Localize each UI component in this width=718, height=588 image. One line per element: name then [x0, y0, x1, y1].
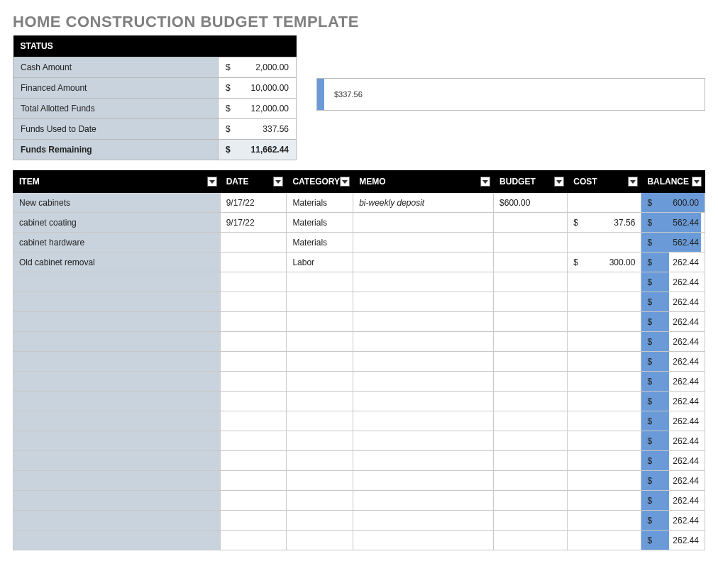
cell-category[interactable] — [287, 451, 353, 471]
status-value[interactable]: $12,000.00 — [219, 99, 297, 119]
cell-item[interactable]: New cabinets — [13, 193, 221, 213]
cell-item[interactable] — [13, 491, 221, 511]
filter-dropdown-icon[interactable] — [273, 177, 283, 187]
cell-cost[interactable] — [568, 431, 641, 451]
cell-memo[interactable] — [353, 312, 494, 332]
status-label[interactable]: Financed Amount — [13, 78, 219, 99]
cell-cost[interactable] — [568, 511, 641, 531]
cell-memo[interactable] — [353, 332, 494, 352]
cell-category[interactable] — [287, 431, 353, 451]
cell-balance[interactable]: $262.44 — [641, 253, 705, 272]
cell-budget[interactable] — [494, 392, 568, 411]
cell-budget[interactable] — [494, 312, 568, 332]
cell-category[interactable] — [287, 491, 353, 511]
cell-budget[interactable] — [494, 253, 568, 272]
cell-date[interactable] — [220, 372, 287, 392]
cell-cost[interactable] — [568, 352, 641, 372]
cell-category[interactable] — [287, 332, 353, 352]
cell-cost[interactable] — [568, 531, 641, 550]
cell-cost[interactable] — [568, 312, 641, 332]
cell-category[interactable] — [287, 292, 353, 312]
cell-budget[interactable] — [494, 451, 568, 471]
cell-category[interactable]: Materials — [287, 193, 353, 213]
cell-budget[interactable] — [494, 411, 568, 431]
cell-budget[interactable]: $600.00 — [494, 193, 568, 213]
cell-item[interactable] — [13, 511, 221, 531]
cell-date[interactable] — [220, 272, 287, 292]
cell-cost[interactable] — [568, 332, 641, 352]
status-label[interactable]: Total Allotted Funds — [13, 99, 219, 119]
cell-budget[interactable] — [494, 272, 568, 292]
cell-category[interactable]: Labor — [287, 253, 353, 272]
cell-balance[interactable]: $262.44 — [641, 511, 705, 531]
cell-date[interactable] — [220, 531, 287, 550]
cell-balance[interactable]: $262.44 — [641, 531, 705, 550]
cell-memo[interactable]: bi-weekly deposit — [353, 193, 494, 213]
cell-item[interactable] — [13, 431, 221, 451]
cell-date[interactable] — [220, 491, 287, 511]
cell-memo[interactable] — [353, 272, 494, 292]
cell-budget[interactable] — [494, 511, 568, 531]
cell-cost[interactable] — [568, 272, 641, 292]
cell-item[interactable] — [13, 451, 221, 471]
filter-dropdown-icon[interactable] — [692, 177, 702, 187]
cell-category[interactable] — [287, 531, 353, 550]
cell-category[interactable] — [287, 272, 353, 292]
cell-cost[interactable] — [568, 233, 641, 253]
cell-balance[interactable]: $262.44 — [641, 471, 705, 491]
filter-dropdown-icon[interactable] — [340, 177, 350, 187]
cell-balance[interactable]: $262.44 — [641, 372, 705, 392]
cell-date[interactable] — [220, 332, 287, 352]
cell-balance[interactable]: $562.44 — [641, 233, 705, 253]
cell-budget[interactable] — [494, 332, 568, 352]
cell-memo[interactable] — [353, 411, 494, 431]
status-label[interactable]: Funds Remaining — [13, 140, 219, 160]
status-label[interactable]: Cash Amount — [13, 57, 219, 78]
cell-budget[interactable] — [494, 292, 568, 312]
cell-category[interactable] — [287, 312, 353, 332]
status-value[interactable]: $2,000.00 — [219, 57, 297, 78]
cell-balance[interactable]: $262.44 — [641, 352, 705, 372]
cell-memo[interactable] — [353, 213, 494, 233]
cell-item[interactable] — [13, 372, 221, 392]
cell-cost[interactable]: $37.56 — [568, 213, 641, 233]
cell-memo[interactable] — [353, 431, 494, 451]
cell-budget[interactable] — [494, 352, 568, 372]
cell-item[interactable] — [13, 531, 221, 550]
status-label[interactable]: Funds Used to Date — [13, 119, 219, 140]
cell-item[interactable] — [13, 312, 221, 332]
cell-date[interactable]: 9/17/22 — [220, 213, 287, 233]
cell-memo[interactable] — [353, 352, 494, 372]
cell-balance[interactable]: $562.44 — [641, 213, 705, 233]
cell-date[interactable] — [220, 352, 287, 372]
cell-cost[interactable] — [568, 292, 641, 312]
cell-balance[interactable]: $262.44 — [641, 411, 705, 431]
cell-cost[interactable] — [568, 372, 641, 392]
cell-date[interactable] — [220, 312, 287, 332]
cell-balance[interactable]: $262.44 — [641, 392, 705, 411]
status-value[interactable]: $11,662.44 — [219, 140, 297, 160]
cell-balance[interactable]: $262.44 — [641, 312, 705, 332]
cell-memo[interactable] — [353, 253, 494, 272]
cell-budget[interactable] — [494, 531, 568, 550]
cell-balance[interactable]: $262.44 — [641, 431, 705, 451]
cell-cost[interactable] — [568, 451, 641, 471]
cell-item[interactable]: Old cabinet removal — [13, 253, 221, 272]
cell-memo[interactable] — [353, 471, 494, 491]
cell-memo[interactable] — [353, 292, 494, 312]
cell-cost[interactable] — [568, 193, 641, 213]
cell-memo[interactable] — [353, 491, 494, 511]
filter-dropdown-icon[interactable] — [554, 177, 564, 187]
filter-dropdown-icon[interactable] — [628, 177, 638, 187]
cell-cost[interactable] — [568, 411, 641, 431]
cell-date[interactable] — [220, 511, 287, 531]
cell-category[interactable] — [287, 511, 353, 531]
cell-memo[interactable] — [353, 451, 494, 471]
cell-item[interactable] — [13, 392, 221, 411]
cell-balance[interactable]: $262.44 — [641, 292, 705, 312]
cell-cost[interactable] — [568, 471, 641, 491]
cell-item[interactable]: cabinet coating — [13, 213, 221, 233]
cell-cost[interactable] — [568, 491, 641, 511]
cell-date[interactable] — [220, 451, 287, 471]
cell-balance[interactable]: $262.44 — [641, 272, 705, 292]
